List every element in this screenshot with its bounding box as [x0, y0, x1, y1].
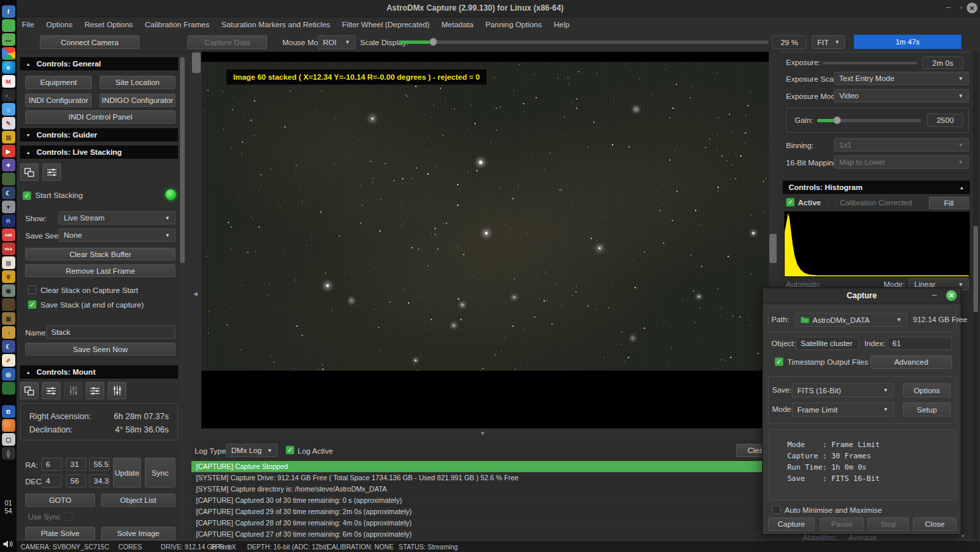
- advanced-button[interactable]: Advanced: [870, 355, 952, 369]
- stack-frames-icon[interactable]: [20, 163, 39, 181]
- mount-hsliders-icon[interactable]: [42, 382, 60, 399]
- mount-connect-icon[interactable]: [20, 382, 39, 399]
- gain-slider-handle[interactable]: [833, 116, 841, 124]
- ra-s-input[interactable]: 55.5: [89, 458, 110, 471]
- spreadsheet-icon[interactable]: ▦: [2, 256, 15, 269]
- network-tree-icon[interactable]: ╬: [2, 447, 15, 460]
- tuxpaint-icon[interactable]: ✎: [2, 117, 15, 130]
- viewer-vscroll-thumb[interactable]: [192, 52, 201, 73]
- display-app-icon[interactable]: ▢: [2, 433, 15, 446]
- scale-slider-handle[interactable]: [429, 38, 437, 46]
- viewer-hscrollbar[interactable]: ▼: [191, 428, 769, 439]
- ra-h-input[interactable]: 6: [41, 458, 62, 471]
- histogram-fill-button[interactable]: Fill: [929, 197, 969, 209]
- photos-collage-icon[interactable]: ▦: [2, 131, 15, 143]
- files-folder-icon[interactable]: ▬: [2, 33, 15, 46]
- save-seen-select[interactable]: None▼: [58, 229, 175, 242]
- gain-value-input[interactable]: 2500: [927, 114, 963, 127]
- fit-select[interactable]: FIT▼: [812, 35, 845, 49]
- dec-s-input[interactable]: 34.3: [89, 474, 110, 488]
- sidebar-scrollbar-thumb[interactable]: [180, 57, 185, 263]
- clear-stack-buffer-button[interactable]: Clear Stack Buffer: [25, 248, 175, 260]
- object-list-button[interactable]: Object List: [101, 494, 175, 507]
- section-controls-mount[interactable]: ▲Controls: Mount: [20, 365, 178, 379]
- menu-options[interactable]: Options: [47, 21, 73, 29]
- forest-photo-icon[interactable]: [2, 173, 15, 185]
- log-row[interactable]: [CAPTURE] Captured 27 of 30 time remaini…: [191, 529, 769, 540]
- exposure-slider[interactable]: [823, 62, 917, 64]
- menu-metadata[interactable]: Metadata: [442, 21, 474, 29]
- log-row[interactable]: [SYSTEM] Capture Drive: 912.14 GB Free (…: [191, 472, 769, 484]
- dialog-minimize-button[interactable]: –: [932, 290, 937, 300]
- log-row[interactable]: [CAPTURE] Captured 28 of 30 time remaini…: [191, 517, 769, 529]
- section-controls-general[interactable]: ▲Controls: General: [20, 57, 178, 70]
- vaa-icon[interactable]: VAA: [2, 242, 15, 255]
- section-controls-histogram[interactable]: Controls: Histogram▲: [783, 181, 970, 194]
- chrome-icon[interactable]: ◦: [2, 47, 15, 60]
- maximize-button[interactable]: ▫: [960, 3, 963, 11]
- exposure-value-input[interactable]: 2m 0s: [922, 56, 963, 69]
- eye-camera-icon[interactable]: ◉: [2, 284, 15, 297]
- update-button[interactable]: Update: [113, 458, 141, 488]
- camera-panel-scrollbar-thumb[interactable]: [973, 226, 978, 312]
- menu-panning-options[interactable]: Panning Options: [485, 21, 541, 29]
- gmail-icon[interactable]: M: [2, 75, 15, 88]
- stack-name-input[interactable]: Stack: [47, 325, 175, 339]
- timestamp-checkbox[interactable]: ✓: [775, 357, 783, 366]
- indigo-configurator-button[interactable]: INDIGO Configurator: [100, 94, 175, 107]
- menu-reset-options[interactable]: Reset Options: [84, 21, 133, 29]
- gain-slider[interactable]: [817, 119, 921, 122]
- dec-m-input[interactable]: 56: [66, 474, 86, 488]
- blue-camera-icon[interactable]: ◎: [2, 368, 15, 381]
- weather-icon[interactable]: ☼: [2, 103, 15, 116]
- close-dialog-button[interactable]: Close: [913, 517, 957, 531]
- menu-filter-wheel[interactable]: Filter Wheel (Deprecated): [342, 21, 430, 29]
- object-input[interactable]: Satellite cluster: [796, 337, 859, 350]
- indi-control-panel-button[interactable]: INDI Control Panel: [25, 110, 175, 124]
- log-row[interactable]: [CAPTURE] Captured 29 of 30 time remaini…: [191, 506, 769, 517]
- pan-down-icon[interactable]: ▼: [480, 430, 486, 436]
- log-active-checkbox[interactable]: ✓: [286, 446, 294, 454]
- remove-last-frame-button[interactable]: Remove Last Frame: [25, 264, 175, 277]
- menu-file[interactable]: File: [22, 21, 35, 29]
- night-sky-icon[interactable]: ☾: [2, 187, 15, 199]
- log-row[interactable]: [CAPTURE] Capture Stopped: [191, 461, 769, 472]
- terminal-icon[interactable]: ›_: [2, 89, 15, 102]
- palette-icon[interactable]: ◑: [2, 326, 15, 339]
- capture-button[interactable]: Capture: [768, 517, 815, 531]
- starfield[interactable]: [201, 62, 769, 371]
- equipment-button[interactable]: Equipment: [25, 76, 92, 89]
- goto-button[interactable]: GOTO: [25, 494, 95, 507]
- owl-art-icon[interactable]: [2, 298, 15, 311]
- green-tile-icon[interactable]: [2, 19, 15, 32]
- setup-button[interactable]: Setup: [903, 403, 951, 416]
- crown-app-icon[interactable]: ♛: [2, 270, 15, 283]
- blue-moon-icon[interactable]: ☾: [2, 340, 15, 353]
- menu-calibration-frames[interactable]: Calibration Frames: [145, 21, 209, 29]
- exposure-mode-select[interactable]: Video▼: [834, 89, 969, 102]
- start-stacking-checkbox[interactable]: ✓: [23, 191, 31, 200]
- astro-tool-icon[interactable]: ✦: [2, 159, 15, 171]
- green-photo-icon[interactable]: [2, 382, 15, 395]
- capture-mode-select[interactable]: Frame Limit▼: [792, 403, 894, 416]
- bluetooth-icon[interactable]: B: [2, 405, 15, 418]
- exposure-scale-select[interactable]: Text Entry Mode▼: [834, 72, 969, 85]
- gold-frame-icon[interactable]: ▣: [2, 312, 15, 325]
- connect-camera-button[interactable]: Connect Camera: [40, 35, 140, 49]
- histogram-active-checkbox[interactable]: ✓: [786, 198, 795, 207]
- notes-icon[interactable]: ✐: [2, 354, 15, 367]
- fedora-icon[interactable]: f: [2, 5, 15, 18]
- log-type-select[interactable]: DMx Log▼: [226, 444, 278, 457]
- indi-configurator-button[interactable]: INDI Configurator: [25, 94, 92, 107]
- sync-button[interactable]: Sync: [145, 458, 175, 488]
- index-input[interactable]: 61: [888, 337, 952, 350]
- pan-left-icon[interactable]: ◀: [193, 291, 197, 297]
- sidebar-scrollbar[interactable]: [179, 56, 185, 539]
- minimize-button[interactable]: –: [946, 2, 951, 12]
- menu-saturation-markers[interactable]: Saturation Markers and Reticles: [221, 21, 330, 29]
- mouse-mode-select[interactable]: ROI▼: [318, 35, 355, 49]
- log-row[interactable]: [CAPTURE] Captured 30 of 30 time remaini…: [191, 495, 769, 506]
- menu-help[interactable]: Help: [554, 21, 570, 29]
- tray-download-icon[interactable]: ▼: [2, 201, 15, 213]
- edge-icon[interactable]: e: [2, 61, 15, 74]
